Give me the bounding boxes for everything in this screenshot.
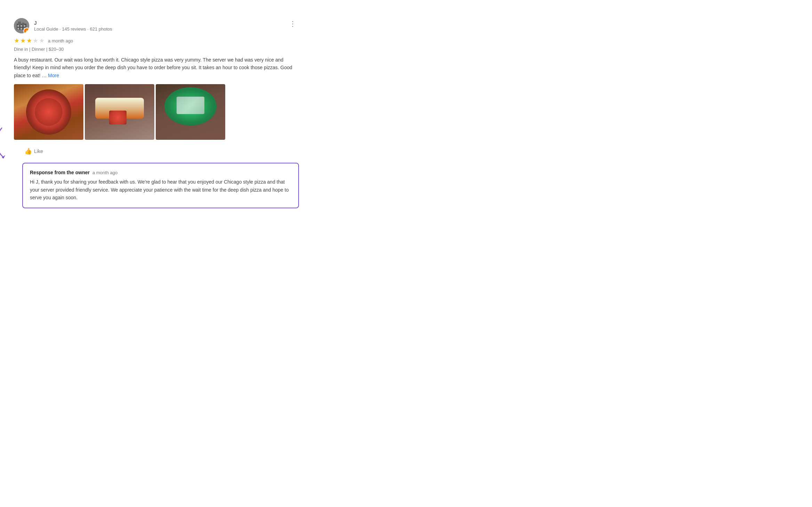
star-1: ★ <box>14 37 19 45</box>
stars: ★ ★ ★ ★ ★ <box>14 37 44 45</box>
like-label: Like <box>34 148 43 154</box>
star-3: ★ <box>26 37 32 45</box>
review-tags: Dine in | Dinner | $20–30 <box>14 47 299 52</box>
review-text: A busy restaurant. Our wait was long but… <box>14 56 299 79</box>
svg-rect-6 <box>24 25 25 27</box>
svg-rect-3 <box>22 23 24 25</box>
review-time: a month ago <box>48 38 73 43</box>
thumbs-up-icon: 👍 <box>24 147 32 155</box>
reviewer-meta: Local Guide · 145 reviews · 621 photos <box>34 26 112 32</box>
owner-response-header: Response from the owner a month ago <box>30 170 291 175</box>
owner-response-time: a month ago <box>92 170 117 175</box>
reviewer-header: ★ J Local Guide · 145 reviews · 621 phot… <box>14 18 299 33</box>
annotation-wrapper: 👍 Like Response from the owner a month a… <box>14 145 299 208</box>
reviewer-name: J <box>34 20 112 26</box>
svg-rect-8 <box>21 28 22 30</box>
rating-row: ★ ★ ★ ★ ★ a month ago <box>14 37 299 45</box>
local-guide-badge: ★ <box>23 27 29 33</box>
owner-response-label: Response from the owner <box>30 170 90 175</box>
photo-pizza[interactable] <box>14 84 83 140</box>
owner-response-box: Response from the owner a month ago Hi J… <box>22 163 299 208</box>
reviewer-info: J Local Guide · 145 reviews · 621 photos <box>34 20 112 32</box>
svg-marker-10 <box>2 155 5 159</box>
more-options-button[interactable]: ⋮ <box>286 18 299 29</box>
review-card: ★ J Local Guide · 145 reviews · 621 phot… <box>14 11 299 215</box>
owner-response-text: Hi J, thank you for sharing your feedbac… <box>30 178 291 201</box>
star-2: ★ <box>20 37 26 45</box>
like-button[interactable]: 👍 Like <box>21 145 47 157</box>
svg-rect-2 <box>18 22 21 25</box>
reviewer-left: ★ J Local Guide · 145 reviews · 621 phot… <box>14 18 112 33</box>
star-4: ★ <box>33 37 38 45</box>
svg-rect-4 <box>17 25 19 27</box>
avatar: ★ <box>14 18 29 33</box>
like-row: 👍 Like <box>21 145 299 157</box>
more-link[interactable]: More <box>48 73 59 78</box>
svg-rect-5 <box>21 25 22 27</box>
svg-rect-7 <box>17 28 19 30</box>
photos-row <box>14 84 299 140</box>
photo-bread[interactable] <box>85 84 154 140</box>
star-5: ★ <box>39 37 44 45</box>
photo-salad[interactable] <box>156 84 225 140</box>
